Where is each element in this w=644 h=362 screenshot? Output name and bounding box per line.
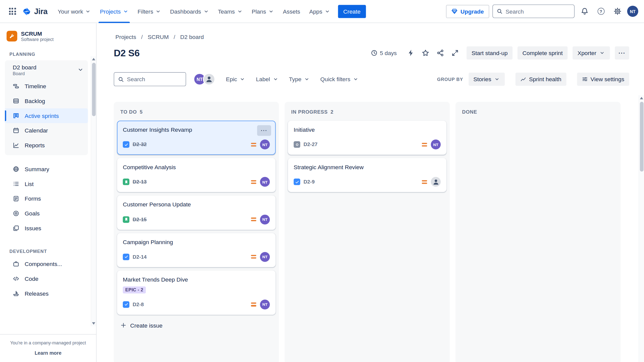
- scrollbar-thumb[interactable]: [640, 102, 643, 172]
- sliders-icon: [582, 76, 588, 82]
- nav-filters[interactable]: Filters: [133, 0, 166, 23]
- project-header[interactable]: SCRUM Software project: [0, 23, 96, 46]
- card-title: Strategic Alignment Review: [294, 163, 440, 171]
- nav-assets[interactable]: Assets: [278, 0, 305, 23]
- create-button[interactable]: Create: [338, 5, 366, 18]
- group-by-select[interactable]: Stories: [468, 73, 505, 86]
- assignee-avatar[interactable]: NT: [260, 300, 270, 309]
- card-menu-button[interactable]: ···: [257, 125, 271, 136]
- jira-logo[interactable]: Jira: [22, 7, 48, 16]
- board-card[interactable]: Customer Persona Update D2-15 NT: [117, 196, 275, 230]
- assignee-avatar[interactable]: NT: [260, 140, 270, 149]
- sidebar-item-active-sprints[interactable]: Active sprints: [5, 108, 88, 123]
- gem-icon: [452, 8, 458, 14]
- learn-more-link[interactable]: Learn more: [5, 350, 91, 356]
- card-title: Initiative: [294, 126, 440, 133]
- assignee-avatar[interactable]: NT: [260, 214, 270, 224]
- sidebar-item-goals[interactable]: Goals: [5, 206, 88, 221]
- create-issue-button[interactable]: Create issue: [117, 318, 166, 333]
- share-icon: [437, 49, 444, 57]
- sprint-health-button[interactable]: Sprint health: [515, 73, 566, 86]
- initiative-icon: [294, 141, 300, 148]
- section-development: DEVELOPMENT: [3, 243, 88, 256]
- sidebar-item-releases[interactable]: Releases: [5, 286, 88, 301]
- assignee-avatar[interactable]: NT: [431, 140, 441, 149]
- issues-icon: [13, 225, 19, 232]
- xporter-button[interactable]: Xporter: [573, 46, 610, 59]
- main-scrollbar[interactable]: [639, 95, 644, 362]
- board-card[interactable]: Market Trends Deep Dive EPIC - 2 D2-8 NT: [117, 270, 275, 315]
- type-filter[interactable]: Type: [289, 76, 310, 82]
- group-by-label: GROUP BY: [437, 77, 463, 82]
- board-switcher-label: D2 board: [13, 64, 36, 71]
- user-avatar[interactable]: NT: [627, 6, 638, 17]
- sidebar-item-summary[interactable]: Summary: [5, 162, 88, 176]
- chevron-down-icon: [304, 76, 310, 82]
- scrollbar-thumb[interactable]: [92, 63, 96, 116]
- more-actions-button[interactable]: ···: [615, 46, 629, 59]
- board-card[interactable]: Campaign Planning D2-14 NT: [117, 233, 275, 267]
- settings-button[interactable]: [611, 5, 624, 18]
- board-switcher[interactable]: D2 board Board: [5, 61, 88, 79]
- sidebar-item-reports[interactable]: Reports: [5, 138, 88, 153]
- column-todo: TO DO 5 Customer Insights Revamp ··· D2-…: [114, 102, 279, 362]
- issue-key: D2-13: [133, 179, 147, 185]
- label-filter[interactable]: Label: [256, 76, 278, 82]
- nav-dashboards[interactable]: Dashboards: [166, 0, 213, 23]
- board-card[interactable]: Initiative D2-27 NT: [288, 121, 446, 155]
- search-icon: [497, 8, 503, 14]
- app-switcher-button[interactable]: [6, 5, 19, 18]
- epic-filter[interactable]: Epic: [226, 76, 245, 82]
- sidebar-item-code[interactable]: Code: [5, 271, 88, 286]
- assignee-avatar-generic[interactable]: [431, 177, 441, 187]
- sidebar-item-components[interactable]: Components...: [5, 256, 88, 271]
- automation-button[interactable]: [404, 46, 417, 59]
- board-card[interactable]: Customer Insights Revamp ··· D2-32 NT: [117, 121, 275, 155]
- card-list: Initiative D2-27 NT Strategic Alignment …: [288, 121, 446, 192]
- scroll-up-button[interactable]: [639, 95, 644, 101]
- sidebar-item-forms[interactable]: Forms: [5, 191, 88, 206]
- assignee-filter: NT: [193, 73, 215, 85]
- nav-teams[interactable]: Teams: [213, 0, 247, 23]
- board-search-input[interactable]: [127, 76, 182, 82]
- share-button[interactable]: [434, 46, 447, 59]
- upgrade-button[interactable]: Upgrade: [446, 5, 489, 18]
- star-button[interactable]: [419, 46, 432, 59]
- sidebar-item-issues[interactable]: Issues: [5, 221, 88, 236]
- nav-your-work[interactable]: Your work: [53, 0, 96, 23]
- chevron-down-icon: [272, 76, 278, 82]
- app-grid-icon: [9, 8, 16, 15]
- global-search-input[interactable]: [506, 8, 580, 15]
- board-card[interactable]: Competitive Analysis D2-13 NT: [117, 158, 275, 192]
- complete-sprint-button[interactable]: Complete sprint: [517, 46, 568, 59]
- epic-label[interactable]: EPIC - 2: [123, 286, 146, 293]
- sidebar-item-backlog[interactable]: Backlog: [5, 94, 88, 108]
- nav-apps[interactable]: Apps: [305, 0, 335, 23]
- sidebar-scrollbar[interactable]: [91, 56, 96, 326]
- sidebar-item-calendar[interactable]: Calendar: [5, 123, 88, 138]
- sidebar-item-list[interactable]: List: [5, 176, 88, 191]
- board-card[interactable]: Strategic Alignment Review D2-9: [288, 158, 446, 192]
- priority-medium-icon: [251, 180, 256, 184]
- card-title: Competitive Analysis: [123, 163, 270, 171]
- sidebar-item-timeline[interactable]: Timeline: [5, 79, 88, 94]
- quick-filters[interactable]: Quick filters: [320, 76, 358, 82]
- start-standup-button[interactable]: Start stand-up: [467, 46, 513, 59]
- nav-projects[interactable]: Projects: [95, 0, 133, 23]
- view-settings-button[interactable]: View settings: [577, 73, 629, 86]
- assignee-avatar[interactable]: NT: [260, 252, 270, 262]
- fullscreen-button[interactable]: [449, 46, 462, 59]
- notifications-button[interactable]: [578, 5, 591, 18]
- assignee-avatar[interactable]: NT: [260, 177, 270, 187]
- sprint-days-remaining[interactable]: 5 days: [371, 50, 397, 56]
- title-row: D2 S6 5 days Start stand-up Complete spr…: [114, 45, 629, 61]
- scroll-down-button[interactable]: [91, 321, 96, 326]
- breadcrumb-projects[interactable]: Projects: [114, 33, 138, 41]
- help-button[interactable]: ?: [594, 5, 607, 18]
- calendar-icon: [13, 127, 19, 134]
- breadcrumb-scrum[interactable]: SCRUM: [146, 33, 170, 41]
- nav-plans[interactable]: Plans: [247, 0, 278, 23]
- assignee-avatar-generic[interactable]: [203, 73, 215, 85]
- breadcrumb-board[interactable]: D2 board: [179, 33, 206, 41]
- scroll-up-button[interactable]: [91, 56, 96, 62]
